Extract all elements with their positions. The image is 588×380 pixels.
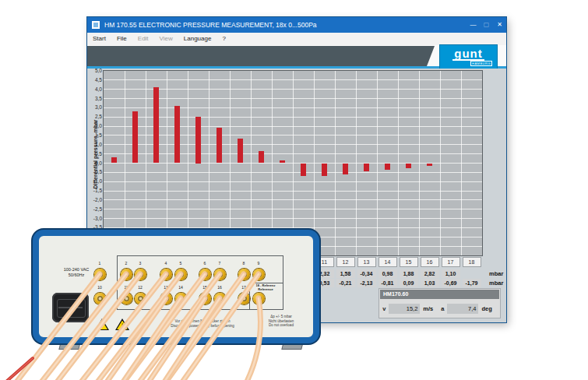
connector-13 [160, 293, 172, 304]
connector-label-bottom: 16 [213, 285, 226, 290]
bar-channel-1 [111, 157, 117, 163]
tube [6, 358, 33, 380]
bar-channel-10 [301, 164, 306, 177]
menu-item-file[interactable]: File [111, 33, 132, 45]
power-inlet-socket [52, 293, 89, 322]
pressure-value-cell: 1,10 [442, 269, 460, 278]
gridline-v [251, 71, 252, 255]
connector-5 [175, 269, 187, 280]
connector-16 [214, 293, 226, 304]
velocity-unit: m/s [423, 305, 433, 312]
y-tick-label: 1,0 [88, 142, 102, 148]
y-tick-label: -1,0 [88, 178, 102, 185]
connector-label-top: 8 [238, 261, 250, 266]
pressure-value-cell: -0,69 [442, 279, 460, 287]
bar-channel-9 [280, 160, 285, 164]
screenshot-stage: HM 170.55 ELECTRONIC PRESSURE MEASUREMEN… [0, 0, 588, 380]
connector-label-bottom: 10 [93, 285, 106, 290]
gridline-v [167, 71, 167, 255]
gridline-v [356, 71, 357, 255]
menu-item-edit: Edit [132, 33, 154, 45]
gridline-v [461, 71, 462, 255]
title-bar[interactable]: HM 170.55 ELECTRONIC PRESSURE MEASUREMEN… [87, 17, 506, 33]
y-tick-label: 2,5 [88, 114, 102, 120]
connector-label-top: 6 [199, 261, 211, 266]
gridline-v [314, 71, 315, 255]
pressure-value-cell: 0,98 [379, 269, 397, 278]
connector-label-bottom: 12 [134, 285, 146, 290]
y-tick-label: 5,0 [88, 68, 102, 74]
bar-channel-16 [427, 164, 432, 167]
bar-channel-4 [174, 106, 180, 163]
connector-3 [135, 269, 146, 280]
close-button[interactable]: ✕ [493, 17, 506, 33]
connector-label-top: 4 [160, 261, 172, 266]
y-tick-label: 2,0 [88, 123, 102, 129]
channel-header-cell: 16 [421, 258, 438, 266]
connector-8 [238, 269, 250, 280]
menu-bar: StartFileEditViewLanguage? [87, 33, 506, 45]
window-title: HM 170.55 ELECTRONIC PRESSURE MEASUREMEN… [104, 21, 467, 29]
y-tick-label: 4,0 [88, 86, 102, 93]
pressure-value-cell: 0,09 [400, 279, 418, 287]
connector-9 [253, 269, 265, 280]
gridline-v [419, 71, 420, 255]
maximize-button[interactable]: ▢ [480, 17, 493, 33]
bar-channel-6 [217, 128, 222, 163]
warning-triangle-lightning-icon: ⚡ [95, 318, 109, 330]
reference-connector-label: 18 - Referenz Reference [249, 284, 282, 291]
pressure-limit-note: Δp +/- 5 mbar Nicht überlasten Do not ov… [258, 315, 305, 328]
channel-header-cell: 13 [358, 258, 375, 266]
connector-17 [238, 293, 250, 304]
gridline-v [125, 71, 125, 255]
bar-channel-2 [132, 111, 138, 163]
banner-stripe [87, 46, 435, 66]
pressure-value-cell: 1,88 [400, 269, 418, 278]
bar-channel-5 [195, 117, 201, 163]
y-tick-label: -2,0 [88, 197, 102, 203]
y-tick-label: -0,5 [88, 169, 102, 175]
row1-unit-label: mbar [489, 269, 503, 278]
connector-label-bottom: 11 [120, 285, 132, 290]
menu-item-view: View [154, 33, 178, 45]
connector-label-top: 1 [93, 261, 106, 266]
velocity-value: 15,2 [389, 304, 420, 314]
connector-10 [94, 293, 106, 304]
gridline-v [293, 71, 294, 255]
angle-value: 7,4 [447, 304, 478, 314]
menu-item-start[interactable]: Start [87, 33, 111, 45]
connector-12 [135, 293, 146, 304]
channel-header-cell: 15 [400, 258, 417, 266]
gridline-v [146, 71, 146, 255]
menu-item-language[interactable]: Language [178, 33, 217, 45]
connector-7 [214, 269, 226, 280]
bar-channel-11 [322, 164, 327, 177]
connector-14 [175, 293, 187, 304]
pressure-value-cell: -0,34 [357, 269, 376, 278]
y-tick-label: 0,5 [88, 151, 102, 157]
bar-channel-12 [343, 164, 348, 174]
gridline-v [230, 71, 231, 255]
pressure-value-cell: 1,03 [421, 279, 439, 287]
bar-channel-15 [406, 164, 411, 169]
gridline-v [398, 71, 399, 255]
channel-header-cell: 18 [463, 258, 481, 266]
y-tick-label: 1,5 [88, 132, 102, 139]
gridline-v [188, 71, 188, 255]
chart-plot-area [104, 71, 482, 255]
menu-item-?[interactable]: ? [217, 33, 231, 45]
pressure-value-cell: -2,13 [357, 279, 376, 287]
minimize-button[interactable]: — [467, 17, 480, 33]
channel-header-cell: 12 [337, 258, 354, 266]
connector-label-bottom: 17 [238, 285, 250, 290]
gridline-v [209, 71, 209, 255]
app-icon [92, 21, 100, 29]
angle-label: a [441, 305, 444, 312]
hm170-60-readouts: v 15,2 m/s a 7,4 deg [379, 300, 500, 317]
y-tick-label: -1,5 [88, 188, 102, 194]
connector-15 [199, 293, 211, 304]
connector-1 [94, 269, 106, 280]
connector-6 [199, 269, 211, 280]
connector-label-bottom: 14 [174, 285, 187, 290]
pressure-value-cell: -0,81 [379, 279, 397, 287]
